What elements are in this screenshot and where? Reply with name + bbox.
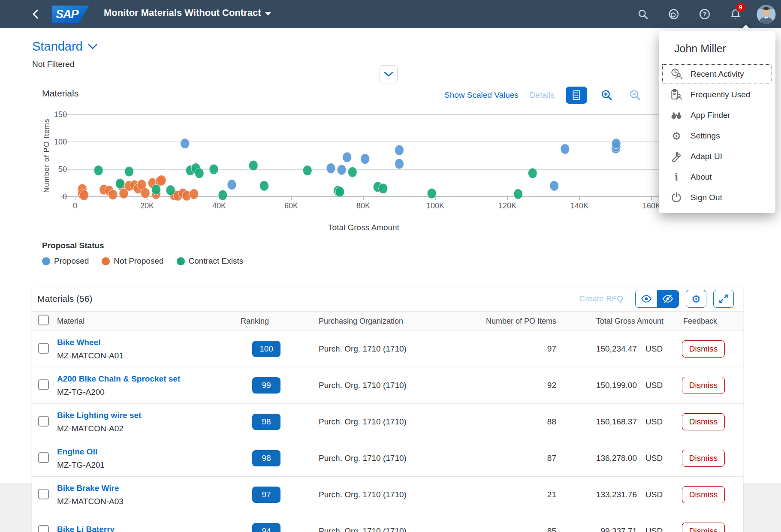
currency-label: USD — [645, 454, 663, 463]
zoom-in-button[interactable] — [598, 87, 615, 104]
help-button[interactable]: ? — [689, 0, 720, 28]
material-link[interactable]: Bike Brake Wire — [57, 484, 241, 493]
copilot-icon — [668, 8, 680, 20]
col-header-material[interactable]: Material — [57, 317, 241, 326]
show-chart-button[interactable] — [636, 290, 657, 307]
row-checkbox[interactable] — [38, 525, 49, 532]
user-menu-item[interactable]: ⚙ Settings — [659, 126, 775, 146]
user-menu-popup: John Miller Recent Activity Frequently U… — [659, 31, 775, 213]
user-menu-item[interactable]: Frequently Used — [659, 84, 775, 105]
materials-table-card: Materials (56) Create RFQ ⚙ Ma — [32, 286, 743, 532]
table-row: Engine Oil MZ-TG-A201 98 Purch. Org. 171… — [32, 440, 743, 477]
table-settings-button[interactable]: ⚙ — [686, 290, 706, 308]
table-body: Bike Wheel MZ-MATCON-A01 100 Purch. Org.… — [32, 331, 743, 532]
variant-selector[interactable]: Standard — [32, 39, 97, 54]
user-name: John Miller — [674, 42, 726, 55]
material-id: MZ-MATCON-A01 — [57, 351, 241, 361]
legend-toggle-button[interactable] — [566, 87, 587, 104]
svg-text:Total Gross Amount: Total Gross Amount — [328, 223, 400, 232]
legend-item[interactable]: Proposed — [42, 256, 89, 266]
col-header-po-items[interactable]: Number of PO Items — [465, 317, 556, 326]
po-items-value: 87 — [465, 454, 556, 463]
collapse-header-button[interactable] — [380, 65, 398, 83]
col-header-purch-org[interactable]: Purchasing Organization — [292, 317, 465, 326]
legend-label: Not Proposed — [114, 256, 163, 266]
po-items-value: 21 — [465, 490, 556, 499]
menu-item-label: Frequently Used — [691, 90, 750, 99]
material-link[interactable]: Engine Oil — [57, 447, 241, 457]
dismiss-button[interactable]: Dismiss — [682, 377, 725, 394]
select-all-checkbox[interactable] — [38, 315, 49, 325]
menu-item-label: Settings — [691, 131, 720, 141]
currency-label: USD — [645, 381, 663, 390]
ranking-badge: 94 — [252, 523, 280, 532]
zoom-out-button[interactable] — [627, 87, 644, 104]
row-checkbox[interactable] — [38, 452, 49, 463]
row-checkbox[interactable] — [38, 489, 49, 499]
hide-chart-button[interactable] — [657, 290, 678, 307]
table-toolbar: Materials (56) Create RFQ ⚙ — [32, 286, 743, 311]
copilot-button[interactable] — [658, 0, 689, 28]
row-checkbox[interactable] — [38, 379, 49, 390]
notifications-button[interactable]: 9 — [720, 0, 751, 28]
dismiss-button[interactable]: Dismiss — [682, 413, 725, 430]
table-fullscreen-button[interactable] — [713, 290, 734, 308]
create-rfq-button[interactable]: Create RFQ — [579, 294, 623, 304]
svg-text:50: 50 — [58, 165, 67, 174]
user-avatar-button[interactable] — [751, 0, 781, 28]
gross-amount-value: 150,234.47 — [596, 344, 637, 354]
details-link[interactable]: Details — [530, 90, 555, 100]
gross-amount-value: 150,199.00 — [596, 381, 637, 390]
row-checkbox[interactable] — [38, 343, 49, 354]
eye-icon — [641, 293, 652, 304]
material-link[interactable]: Bike Wheel — [57, 338, 241, 347]
dismiss-button[interactable]: Dismiss — [682, 486, 725, 503]
ranking-badge: 100 — [252, 341, 280, 357]
frequently-used-icon — [669, 88, 684, 101]
svg-text:60K: 60K — [284, 201, 298, 210]
row-checkbox[interactable] — [38, 416, 49, 427]
chart-legend-title: Proposal Status — [42, 241, 104, 250]
material-link[interactable]: Bike Lighting wire set — [57, 411, 241, 420]
legend-item[interactable]: Contract Exists — [177, 256, 244, 266]
legend-dot — [102, 257, 110, 265]
currency-label: USD — [645, 344, 663, 354]
expand-icon — [718, 293, 729, 304]
dismiss-button[interactable]: Dismiss — [682, 523, 725, 532]
chart-toolbar: Show Scaled Values Details — [444, 86, 672, 105]
svg-text:100K: 100K — [426, 201, 444, 210]
search-button[interactable] — [627, 0, 658, 28]
table-header-row: Material Ranking Purchasing Organization… — [32, 311, 743, 331]
user-menu-item[interactable]: App Finder — [659, 105, 775, 126]
shell-header: SAP Monitor Materials Without Contract ?… — [0, 0, 781, 28]
col-header-feedback[interactable]: Feedback — [663, 317, 717, 326]
notification-badge: 9 — [736, 3, 745, 12]
sap-logo[interactable]: SAP — [52, 6, 89, 23]
dismiss-button[interactable]: Dismiss — [682, 450, 725, 467]
svg-text:100: 100 — [54, 138, 67, 146]
table-row: A200 Bike Chain & Sprocket set MZ-TG-A20… — [32, 367, 743, 404]
svg-text:0: 0 — [73, 201, 77, 210]
purchasing-org-value: Purch. Org. 1710 (1710) — [292, 381, 465, 390]
app-title-menu[interactable]: Monitor Materials Without Contract — [104, 7, 271, 18]
purchasing-org-value: Purch. Org. 1710 (1710) — [292, 417, 465, 427]
eye-slash-icon — [662, 293, 673, 304]
col-header-gross[interactable]: Total Gross Amount — [556, 317, 663, 326]
user-menu-item[interactable]: Sign Out — [659, 187, 775, 208]
dismiss-button[interactable]: Dismiss — [682, 340, 725, 358]
menu-item-label: App Finder — [691, 111, 730, 120]
legend-label: Contract Exists — [189, 256, 244, 266]
material-link[interactable]: Bike Li Baterry — [57, 525, 241, 532]
back-button[interactable] — [29, 8, 42, 21]
user-menu-item[interactable]: Adapt UI — [659, 146, 775, 167]
user-menu-item[interactable]: Recent Activity — [659, 64, 775, 84]
app-title: Monitor Materials Without Contract — [104, 7, 261, 18]
user-menu-item[interactable]: i About — [659, 167, 775, 187]
popup-arrow-cover — [739, 31, 754, 39]
material-id: MZ-TG-A201 — [57, 460, 241, 470]
show-scaled-values-link[interactable]: Show Scaled Values — [444, 90, 519, 100]
legend-item[interactable]: Not Proposed — [102, 256, 163, 266]
material-link[interactable]: A200 Bike Chain & Sprocket set — [57, 374, 241, 384]
search-icon — [637, 8, 649, 20]
col-header-ranking[interactable]: Ranking — [241, 317, 292, 326]
